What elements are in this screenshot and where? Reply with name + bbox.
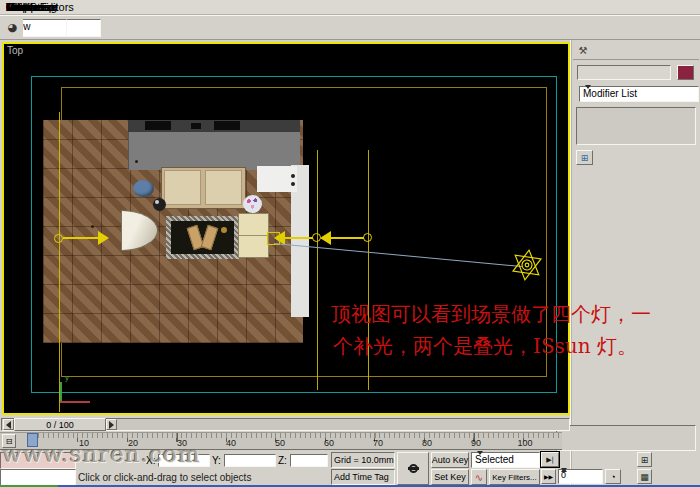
floor-speck (91, 225, 94, 228)
command-panel-tabs: ➤∿⋔◎▣⚒ (573, 42, 699, 60)
right-light-2-direction-line (331, 237, 364, 239)
annotation-line-1: 顶视图可以看到场景做了四个灯，一 (331, 301, 651, 328)
bed (161, 167, 246, 209)
right-light-1-plane-line[interactable] (317, 150, 318, 390)
frame-tick-label: 50 (275, 438, 285, 448)
go-to-end-button[interactable]: ▶| (541, 452, 559, 467)
frame-tick-label: 100 (517, 438, 532, 448)
world-axis-y-line (60, 382, 62, 402)
frame-tick-label: 60 (324, 438, 334, 448)
viewport-label[interactable]: Top (7, 45, 23, 56)
set-keys-button[interactable] (397, 452, 429, 485)
frame-tick-label: 80 (422, 438, 432, 448)
flower-vase (243, 195, 262, 213)
key-mode-toggle-button[interactable]: ▶▶ (541, 469, 556, 484)
3dsmax-window: FileEditToolsGroupViewsCreateModifiersCh… (0, 0, 700, 487)
panel-empty-rollout-area (556, 425, 696, 451)
panel-divider (570, 40, 572, 487)
annotation-line-2: 个补光，两个是叠光，ISsun 灯。 (333, 333, 637, 360)
tab-utilities[interactable]: ⚒ (573, 42, 593, 59)
key-icon (408, 467, 419, 470)
quick-render-button[interactable]: ◕ (2, 17, 23, 38)
left-light-source-icon[interactable] (54, 234, 63, 243)
modifier-list-dropdown[interactable]: Modifier List (579, 86, 699, 102)
left-light-arrowhead-icon (98, 231, 109, 245)
time-slider-prev-arrow[interactable] (3, 419, 14, 430)
shelf-box (191, 123, 201, 129)
shelf-box (145, 121, 171, 130)
cabinet-seam (239, 235, 268, 236)
ies-sun-light-icon[interactable] (510, 248, 544, 282)
add-time-tag[interactable]: Add Time Tag (331, 469, 395, 485)
left-light-direction-line (63, 237, 99, 239)
world-axis-y-label: y (65, 373, 69, 382)
object-color-swatch[interactable] (677, 65, 694, 80)
viewport-nav-row-1: ⊙⊕⊡⊞ (637, 452, 699, 467)
cream-cabinet (238, 213, 269, 258)
bed-cushion-left (164, 170, 201, 205)
maxscript-mini-listener-white[interactable] (0, 469, 76, 486)
shelf-box (214, 121, 240, 130)
right-light-2-arrowhead-icon (320, 231, 331, 245)
blue-chair (133, 180, 154, 197)
frame-tick-label: 90 (471, 438, 481, 448)
playback-controls: |◀◀|▶|▶▶| (541, 452, 637, 467)
selection-set-dropdown[interactable]: Selected (471, 452, 540, 468)
set-key-button[interactable]: Set Key (431, 469, 469, 485)
object-name-field[interactable] (577, 65, 671, 80)
y-coordinate-label: Y: (212, 455, 221, 466)
shelf-unit-top (128, 120, 300, 132)
current-frame-field (558, 469, 603, 484)
z-coordinate-input[interactable] (290, 454, 328, 467)
grid-size-display: Grid = 10.0mm (331, 452, 395, 468)
modifier-stack-list[interactable] (576, 107, 696, 145)
min-max-toggle-button[interactable]: ▦ (637, 469, 652, 484)
gold-object (221, 227, 227, 233)
time-configuration-button[interactable]: ◔ (605, 469, 621, 484)
bed-cushion-right (205, 170, 242, 205)
right-light-1-direction-line (285, 237, 313, 239)
rug-figure-right (201, 225, 219, 250)
cabinet-knob (291, 182, 295, 186)
viewport-nav-row-2: ⊠✛↻▦ (637, 469, 699, 484)
time-slider-thumb[interactable]: 0 / 100 (14, 418, 106, 431)
wall-ledge-area (128, 132, 300, 170)
watermark: www.snren.com (2, 441, 201, 467)
right-light-2-source-icon[interactable] (363, 233, 372, 242)
floor-speck (135, 160, 138, 163)
curved-side-table (121, 210, 158, 251)
auto-key-button[interactable]: Auto Key (431, 452, 469, 468)
y-coordinate-input[interactable] (224, 454, 276, 467)
key-filters-button[interactable]: Key Filters... (489, 469, 540, 485)
prompt-line: Click or click-and-drag to select object… (78, 470, 328, 485)
cabinet-knob (291, 174, 295, 178)
room-floor[interactable] (43, 120, 303, 343)
zoom-extents-all-button[interactable]: ⊞ (637, 452, 652, 467)
rug (166, 216, 239, 259)
sphere-highlight (155, 200, 159, 204)
white-cabinet (257, 166, 297, 192)
z-coordinate-label: Z: (278, 455, 287, 466)
modifier-stack-buttons: ⊶‖⋏×⊞ (576, 150, 696, 166)
time-slider-next-arrow[interactable] (106, 419, 117, 430)
left-light-plane-line[interactable] (59, 112, 60, 412)
menu-bar: FileEditToolsGroupViewsCreateModifiersCh… (0, 0, 700, 15)
configure-modifier-sets-button[interactable]: ⊞ (576, 150, 593, 165)
frame-tick-label: 70 (373, 438, 383, 448)
sphere-object (153, 198, 166, 211)
frame-tick-label: 40 (226, 438, 236, 448)
default-in-out-tangent-button[interactable]: ∿ (471, 469, 487, 485)
world-axis-x-line (60, 401, 90, 403)
rug-center (171, 221, 234, 254)
menu-item[interactable]: Help (0, 1, 35, 13)
main-toolbar: ➤≣□▣✚↻◱ View ⊡✦Ω³Ω∠Ω%Ω⇅{} ⋈⊨≣∿⊟∷◕ View ◕ (0, 15, 700, 40)
